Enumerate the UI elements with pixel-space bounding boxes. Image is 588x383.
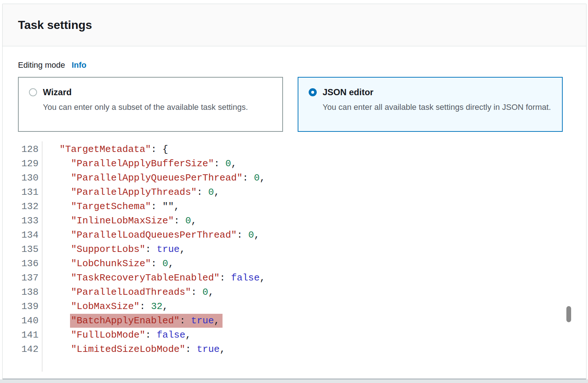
line-number: 137 [18,272,38,283]
page: Task settings Editing mode Info Wizard Y… [0,0,588,383]
code-line[interactable]: 142 "LimitedSizeLobMode": true, [18,342,571,356]
line-number: 139 [18,301,38,312]
code-line[interactable]: 128 "TargetMetadata": { [18,142,571,156]
line-number: 136 [18,258,38,269]
code-line[interactable]: 129 "ParallelApplyBufferSize": 0, [18,156,571,171]
line-number: 132 [18,201,38,212]
editing-mode-row: Editing mode Info [18,59,571,71]
code-line[interactable]: 135 "SupportLobs": true, [18,242,571,256]
code-text: "FullLobMode": false, [38,330,191,341]
code-text: "TargetSchema": "", [38,201,180,212]
line-number: 140 [18,315,38,326]
line-number: 134 [18,230,38,241]
code-text: "ParallelApplyThreads": 0, [38,187,220,198]
code-line[interactable]: 132 "TargetSchema": "", [18,199,571,213]
code-line[interactable]: 134 "ParallelLoadQueuesPerThread": 0, [18,228,571,242]
code-text: "SupportLobs": true, [38,244,185,255]
tile-json-editor-title: JSON editor [323,86,551,98]
code-line[interactable]: 141 "FullLobMode": false, [18,328,571,342]
code-line[interactable]: 140 "BatchApplyEnabled": true, [18,313,571,328]
line-number: 130 [18,172,38,183]
panel-header: Task settings [3,4,586,47]
editing-mode-tiles: Wizard You can enter only a subset of th… [18,77,571,132]
tile-json-editor-description: You can enter all available task setting… [323,101,551,114]
code-text: "TaskRecoveryTableEnabled": false, [38,272,265,283]
tile-wizard-title: Wizard [43,86,248,98]
code-text: "InlineLobMaxSize": 0, [38,215,197,226]
panel-body: Editing mode Info Wizard You can enter o… [3,47,586,356]
bottom-strip [0,379,588,383]
code-text: "ParallelLoadThreads": 0, [38,287,214,298]
radio-unchecked-icon[interactable] [29,88,37,96]
code-text: "ParallelApplyBufferSize": 0, [38,158,237,169]
code-line[interactable]: 130 "ParallelApplyQueuesPerThread": 0, [18,171,571,185]
line-number: 141 [18,330,38,341]
line-number: 133 [18,215,38,226]
code-text: "LobChunkSize": 0, [38,258,174,269]
tile-wizard[interactable]: Wizard You can enter only a subset of th… [18,77,283,132]
json-code-editor[interactable]: 128 "TargetMetadata": {129 "ParallelAppl… [18,142,571,356]
code-line[interactable]: 133 "InlineLobMaxSize": 0, [18,213,571,228]
tile-json-editor[interactable]: JSON editor You can enter all available … [298,77,563,132]
code-text: "BatchApplyEnabled": true, [38,315,223,326]
radio-checked-icon[interactable] [309,88,317,96]
code-text: "LobMaxSize": 32, [38,301,168,312]
line-number: 129 [18,158,38,169]
code-line[interactable]: 136 "LobChunkSize": 0, [18,256,571,271]
line-number: 135 [18,244,38,255]
tile-wizard-description: You can enter only a subset of the avail… [43,101,248,114]
tile-json-editor-inner: JSON editor You can enter all available … [309,86,552,114]
page-title: Task settings [18,18,571,32]
line-number: 138 [18,287,38,298]
highlighted-code: "BatchApplyEnabled": true, [70,314,223,328]
code-line[interactable]: 139 "LobMaxSize": 32, [18,299,571,313]
tile-wizard-inner: Wizard You can enter only a subset of th… [29,86,272,114]
code-line[interactable]: 138 "ParallelLoadThreads": 0, [18,285,571,299]
info-link[interactable]: Info [71,59,86,71]
scrollbar-thumb[interactable] [566,306,571,322]
code-line[interactable]: 131 "ParallelApplyThreads": 0, [18,185,571,199]
editing-mode-label: Editing mode [18,59,65,71]
line-number: 131 [18,187,38,198]
code-text: "TargetMetadata": { [38,144,168,155]
code-line[interactable]: 137 "TaskRecoveryTableEnabled": false, [18,271,571,285]
code-text: "ParallelApplyQueuesPerThread": 0, [38,172,265,183]
code-text: "LimitedSizeLobMode": true, [38,344,225,355]
line-number: 142 [18,344,38,355]
task-settings-panel: Task settings Editing mode Info Wizard Y… [2,4,587,379]
code-text: "ParallelLoadQueuesPerThread": 0, [38,230,260,241]
line-number: 128 [18,144,38,155]
